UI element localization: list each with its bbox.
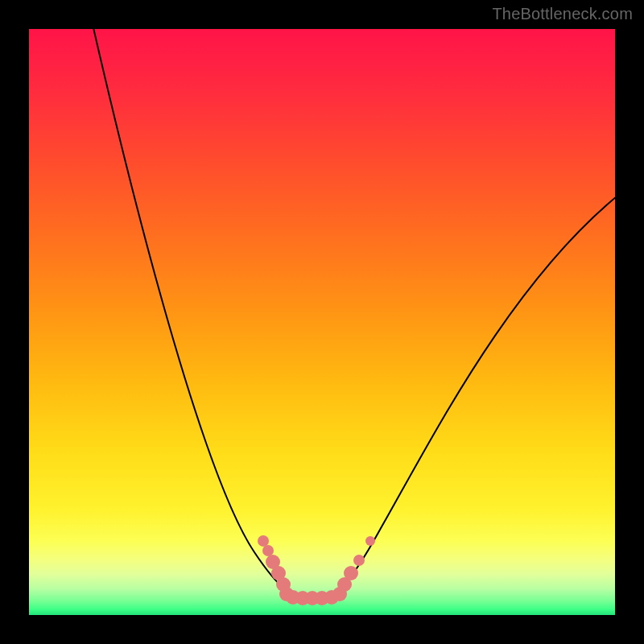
curve-path — [92, 29, 615, 597]
marker-dot — [258, 535, 269, 547]
marker-dot — [353, 555, 365, 566]
marker-dot — [365, 536, 375, 546]
plot-area — [29, 29, 615, 615]
marker-dot — [262, 545, 274, 556]
bottleneck-curve — [29, 29, 615, 615]
marker-dot — [344, 566, 358, 580]
chart-container: TheBottleneck.com — [0, 0, 644, 644]
curve-markers — [258, 535, 375, 605]
watermark-text: TheBottleneck.com — [492, 5, 633, 23]
